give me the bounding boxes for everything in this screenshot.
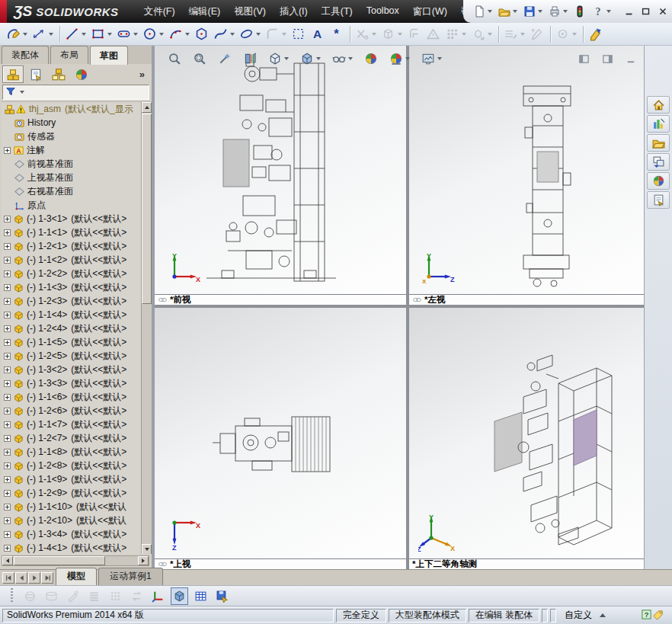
tree-filter-field[interactable] — [2, 85, 149, 100]
view-orientation-button[interactable] — [266, 50, 291, 67]
tree-item--1-23[interactable]: (-) 1-2<3>(默认<<默认> — [2, 294, 145, 308]
expand-icon[interactable] — [4, 298, 11, 305]
hide-show-items-button[interactable] — [330, 50, 355, 67]
expand-icon[interactable] — [4, 270, 11, 277]
tile-horizontal-button[interactable] — [576, 52, 592, 66]
print-button[interactable] — [546, 4, 570, 19]
text-button[interactable]: A — [309, 25, 326, 43]
expand-icon[interactable] — [4, 325, 11, 332]
expand-icon[interactable] — [4, 531, 11, 538]
view-settings-button[interactable] — [419, 50, 444, 67]
more-tabs-chevron[interactable]: » — [135, 69, 149, 80]
linear-sketch-pattern-button[interactable] — [443, 25, 468, 43]
commandmanager-tab-3[interactable]: 草图 — [90, 46, 128, 65]
tree-item--1-22[interactable]: (-) 1-2<2>(默认<<默认> — [2, 267, 145, 280]
viewport-left-view[interactable]: YZX *左视 — [409, 46, 644, 305]
scroll-up-button[interactable] — [142, 102, 152, 113]
commandmanager-tab-1[interactable]: 装配体 — [2, 46, 49, 64]
ellipse-button[interactable] — [238, 25, 262, 43]
selection-box-button[interactable] — [290, 25, 307, 43]
scrollbar-thumb[interactable] — [142, 114, 152, 304]
tree-item--1-12[interactable]: (-) 1-1<2>(默认<<默认> — [2, 253, 145, 267]
zoom-to-area-button[interactable] — [190, 50, 209, 67]
expand-icon[interactable] — [4, 284, 11, 291]
polygon-button[interactable] — [193, 25, 210, 43]
quick-snaps-button[interactable] — [554, 25, 578, 43]
expand-icon[interactable] — [4, 216, 11, 222]
viewport-isometric-view[interactable]: YXZ *上下二等角轴测 — [409, 308, 644, 569]
custom-caret-icon[interactable] — [600, 613, 606, 617]
solidworks-resources-home-tab[interactable] — [647, 96, 670, 114]
help-button[interactable]: ? — [590, 4, 613, 19]
sketch-button[interactable] — [5, 25, 29, 43]
menu-item-5[interactable]: Toolbox — [360, 0, 406, 24]
expand-icon[interactable] — [4, 449, 11, 456]
minimize-button[interactable] — [621, 4, 638, 19]
tree-item--1-13[interactable]: (-) 1-1<3>(默认<<默认> — [2, 280, 145, 294]
tree-root-item[interactable]: thj_asm(默认<默认_显示 — [2, 102, 145, 116]
configurationmanager-tab[interactable] — [48, 66, 69, 83]
tree-item--1-11[interactable]: (-) 1-1<1>(默认<<默认> — [2, 226, 145, 239]
menu-item-1[interactable]: 编辑(E) — [182, 0, 228, 24]
corner-rectangle-button[interactable] — [89, 25, 114, 43]
smart-dimension-button[interactable] — [30, 25, 55, 43]
tab-motion-study[interactable]: 运动算例1 — [98, 568, 163, 585]
vcr-first-button[interactable] — [2, 572, 14, 584]
tree-item-前视基准面[interactable]: 前视基准面 — [2, 157, 145, 171]
appearances-tab[interactable] — [647, 172, 670, 190]
menu-item-3[interactable]: 插入(I) — [273, 0, 315, 24]
tree-item--1-21[interactable]: (-) 1-2<1>(默认<<默认> — [2, 239, 145, 253]
display-style-button[interactable] — [298, 50, 323, 67]
scrollbar-thumb[interactable] — [14, 556, 105, 565]
expand-icon[interactable] — [4, 517, 11, 524]
tree-item--1-15[interactable]: (-) 1-1<5>(默认<<默认> — [2, 335, 145, 349]
toolbar-drag-handle[interactable] — [11, 588, 13, 603]
trim-entities-button[interactable] — [354, 25, 378, 43]
shaded-cube-button[interactable] — [171, 587, 188, 605]
design-library-tab[interactable] — [647, 115, 670, 133]
tree-item--1-17[interactable]: (-) 1-1<7>(默认<<默认> — [2, 418, 145, 431]
expand-icon[interactable] — [4, 408, 11, 414]
menu-item-4[interactable]: 工具(T) — [315, 0, 360, 24]
restore-button[interactable] — [638, 4, 654, 19]
bb-swap-button[interactable] — [128, 587, 146, 605]
minimize-doc-button[interactable] — [623, 52, 639, 66]
propertymanager-tab[interactable] — [25, 66, 46, 83]
tree-item--1-110[interactable]: (-) 1-1<10>(默认<<默认 — [2, 500, 145, 514]
menu-item-6[interactable]: 窗口(W) — [406, 0, 454, 24]
tree-item-原点[interactable]: 原点 — [2, 198, 145, 212]
tab-model[interactable]: 模型 — [56, 568, 97, 585]
expand-icon[interactable] — [4, 504, 11, 510]
tree-horizontal-scrollbar[interactable] — [2, 555, 149, 566]
previous-view-button[interactable] — [216, 50, 234, 67]
bb-isolate-button[interactable] — [21, 587, 39, 605]
tree-item--1-32[interactable]: (-) 1-3<2>(默认<<默认> — [2, 363, 145, 376]
rebuild-button[interactable] — [571, 4, 588, 19]
section-view-button[interactable] — [241, 50, 259, 67]
expand-icon[interactable] — [4, 435, 11, 442]
tag-icon[interactable] — [652, 610, 664, 621]
scroll-down-button[interactable] — [142, 544, 152, 554]
expand-icon[interactable] — [4, 421, 11, 428]
tree-item--1-16[interactable]: (-) 1-1<6>(默认<<默认> — [2, 390, 145, 404]
save-button[interactable] — [521, 4, 545, 19]
tree-item--1-29[interactable]: (-) 1-2<9>(默认<<默认> — [2, 486, 145, 500]
expand-icon[interactable] — [4, 243, 11, 250]
vcr-prev-button[interactable] — [15, 572, 27, 584]
offset-entities-button[interactable] — [405, 25, 423, 43]
menu-item-0[interactable]: 文件(F) — [137, 0, 182, 24]
straight-slot-button[interactable] — [115, 25, 139, 43]
tree-item--1-26[interactable]: (-) 1-2<6>(默认<<默认> — [2, 404, 145, 418]
tree-item--1-34[interactable]: (-) 1-3<4>(默认<<默认> — [2, 527, 145, 541]
featuremanager-tab[interactable] — [2, 66, 24, 83]
expand-icon[interactable] — [4, 257, 11, 264]
bb-pen-button[interactable] — [64, 587, 82, 605]
filter-caret-icon[interactable] — [20, 91, 24, 94]
menu-item-2[interactable]: 视图(V) — [227, 0, 273, 24]
repair-sketch-button[interactable] — [528, 25, 546, 43]
expand-icon[interactable] — [4, 380, 11, 387]
scroll-right-button[interactable] — [138, 556, 149, 565]
viewport-front-view[interactable]: YX *前视 — [155, 46, 406, 305]
tile-vertical-button[interactable] — [600, 52, 616, 66]
file-explorer-tab[interactable] — [647, 134, 670, 152]
